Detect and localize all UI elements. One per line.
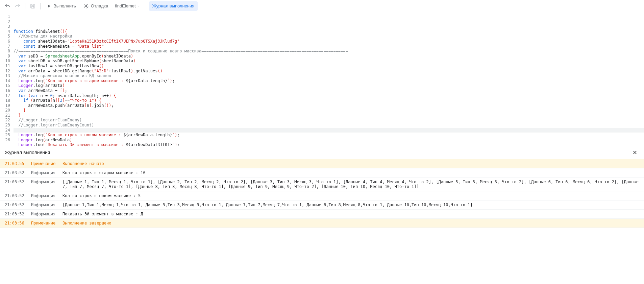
execution-log-label: Журнал выполнения [152, 3, 195, 8]
separator [40, 3, 41, 9]
play-icon [47, 4, 51, 8]
save-icon [30, 3, 36, 9]
log-message: [Данные 1,Тип 1,Месяц 1,Что-то 1, Данные… [63, 203, 639, 207]
redo-button[interactable] [13, 1, 22, 11]
log-message: Кол-во строк в старом массиве : 10 [63, 170, 639, 175]
toolbar: Выполнить Отладка findElemet Журнал выпо… [0, 0, 644, 12]
log-row: 21:03:52ИнформацияКол-во строк в старом … [0, 168, 644, 178]
code-line[interactable]: const sheetNameData = "Data list" [14, 44, 644, 49]
log-level: Информация [31, 170, 56, 175]
code-area[interactable]: function findElemet(){ //Консты для наст… [14, 12, 644, 146]
log-time: 21:03:56 [5, 221, 25, 226]
code-line[interactable]: Logger.log(`Кол-во строк в старом массив… [14, 78, 644, 84]
log-level: Примечание [31, 161, 56, 166]
log-message: [[Данные 1, Тип 1, Месяц 1, Что-то 1], [… [63, 180, 639, 189]
code-line[interactable] [14, 128, 644, 133]
log-message: Кол-во строк в новом массиве : 5 [63, 193, 639, 198]
log-message: Показать 3й элемент в массиве : Д [63, 212, 639, 216]
log-level: Информация [31, 180, 56, 184]
svg-rect-1 [32, 6, 34, 8]
code-line[interactable]: } [14, 113, 644, 118]
execution-log-button[interactable]: Журнал выполнения [149, 1, 198, 11]
undo-icon [4, 3, 10, 9]
code-line[interactable]: } [14, 108, 644, 113]
log-row: 21:03:52Информация[[Данные 1, Тип 1, Мес… [0, 178, 644, 191]
code-line[interactable]: Logger.log(`Показать 3й элемент в массив… [14, 142, 644, 146]
code-line[interactable]: Logger.log(arrData) [14, 83, 644, 88]
code-line[interactable]: //======================================… [14, 49, 644, 54]
separator [146, 3, 146, 9]
run-label: Выполнить [53, 3, 76, 8]
log-time: 21:03:52 [5, 193, 25, 198]
log-row: 21:03:52ИнформацияКол-во строк в новом м… [0, 191, 644, 200]
log-row: 21:03:56ПримечаниеВыполнение завершено [0, 219, 644, 228]
undo-button[interactable] [3, 1, 12, 11]
code-line[interactable]: //Массив вражеских кланов из БД кланов [14, 73, 644, 78]
close-log-button[interactable] [630, 148, 639, 157]
code-line[interactable]: const sheetIDdata="1cpteKa151K3ztcCIftIX… [14, 39, 644, 44]
code-line[interactable]: //Logger.log(arrClanEnemy) [14, 118, 644, 123]
code-line[interactable]: var sheetDB = ssDB.getSheetByName(sheetN… [14, 58, 644, 64]
log-row: 21:03:52ИнформацияПоказать 3й элемент в … [0, 210, 644, 219]
log-time: 21:03:52 [5, 180, 25, 184]
log-time: 21:03:55 [5, 161, 25, 166]
code-line[interactable]: var lastRow1 = sheetDB.getLastRow() [14, 64, 644, 69]
log-message: Выполнение завершено [63, 221, 639, 226]
log-row: 21:03:55ПримечаниеВыполнение начато [0, 159, 644, 168]
close-icon [632, 149, 638, 156]
code-line[interactable]: var arrData = sheetDB.getRange("A2:D"+la… [14, 69, 644, 74]
svg-point-2 [85, 5, 87, 7]
code-line[interactable]: Logger.log(`Кол-во строк в новом массиве… [14, 133, 644, 138]
redo-icon [15, 3, 21, 9]
log-message: Выполнение начато [63, 161, 639, 166]
log-time: 21:03:52 [5, 212, 25, 216]
function-select[interactable]: findElemet [112, 1, 143, 11]
log-title: Журнал выполнения [5, 150, 50, 155]
log-panel-body[interactable]: 21:03:55ПримечаниеВыполнение начато21:03… [0, 159, 644, 284]
code-line[interactable]: //Консты для настройки [14, 34, 644, 39]
code-line[interactable]: var arrNewData = []; [14, 88, 644, 93]
log-row: 21:03:52Информация[Данные 1,Тип 1,Месяц … [0, 200, 644, 210]
code-line[interactable]: var ssDB = SpreadsheetApp.openById(sheet… [14, 54, 644, 59]
function-select-label: findElemet [115, 3, 135, 8]
log-level: Информация [31, 212, 56, 216]
code-line[interactable]: Logger.log(arrNewData) [14, 138, 644, 143]
log-level: Примечание [31, 221, 56, 226]
run-button[interactable]: Выполнить [43, 1, 79, 11]
code-line[interactable]: if (arrData[n][3]=="Что-то 1") { [14, 98, 644, 103]
code-editor[interactable]: 1234567891011121314151617181920212223242… [0, 12, 644, 146]
debug-button[interactable]: Отладка [80, 1, 112, 11]
code-line[interactable]: for (var n = 0; n<arrData.length; n++) { [14, 93, 644, 98]
save-button[interactable] [28, 1, 38, 11]
code-line[interactable]: arrNewData.push(arrData[n].join()); [14, 103, 644, 108]
log-level: Информация [31, 193, 56, 198]
log-time: 21:03:52 [5, 170, 25, 175]
line-gutter: 1234567891011121314151617181920212223242… [0, 12, 14, 146]
code-line[interactable]: //Logger.log(arrClanEnemyCount) [14, 123, 644, 128]
log-level: Информация [31, 203, 56, 207]
code-line[interactable]: function findElemet(){ [14, 29, 644, 34]
debug-label: Отладка [91, 3, 108, 8]
log-time: 21:03:52 [5, 203, 25, 207]
chevron-down-icon [137, 4, 141, 8]
log-panel-header: Журнал выполнения [0, 146, 644, 159]
debug-icon [83, 3, 89, 9]
separator [25, 3, 25, 9]
